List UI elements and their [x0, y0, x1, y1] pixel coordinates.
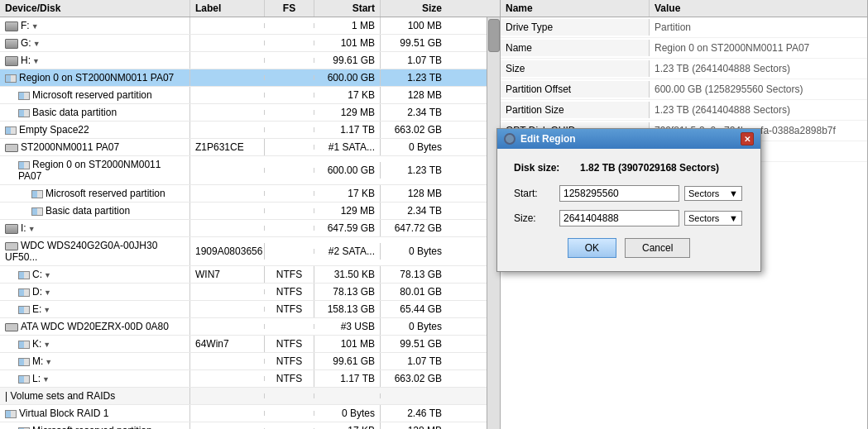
table-row[interactable]: Microsoft reserved partition17 KB128 MB [0, 87, 487, 104]
size-unit-dropdown[interactable]: Sectors ▼ [684, 211, 742, 226]
table-row[interactable]: G:▼101 MB99.51 GB [0, 35, 487, 52]
start-cell: 600.00 GB [314, 69, 381, 86]
start-cell: 158.13 GB [314, 301, 381, 317]
start-cell: 17 KB [314, 185, 381, 202]
size-input[interactable] [559, 210, 679, 226]
partition-icon [18, 288, 30, 297]
size-cell: 2.46 TB [381, 405, 447, 422]
table-row[interactable]: Basic data partition129 MB2.34 TB [0, 203, 487, 220]
device-name: L: [32, 373, 41, 384]
start-unit-dropdown[interactable]: Sectors ▼ [684, 186, 742, 201]
prop-value: 1.23 TB (2641404888 Sectors) [650, 60, 867, 77]
table-row[interactable]: K:▼64Win7NTFS101 MB99.51 GB [0, 336, 487, 353]
partition-icon [5, 126, 17, 135]
table-row[interactable]: ATA WDC WD20EZRX-00D 0A80#3 USB0 Bytes [0, 318, 487, 336]
start-cell [314, 393, 381, 398]
start-cell: 0 Bytes [314, 405, 381, 422]
size-cell: 100 MB [381, 17, 447, 34]
table-row[interactable]: C:▼WIN7NTFS31.50 KB78.13 GB [0, 266, 487, 284]
table-row[interactable]: L:▼NTFS1.17 TB663.02 GB [0, 370, 487, 388]
fs-cell [265, 41, 314, 45]
device-cell: ATA WDC WD20EZRX-00D 0A80 [0, 318, 190, 335]
label-cell [190, 127, 265, 132]
table-row[interactable]: Basic data partition129 MB2.34 TB [0, 104, 487, 122]
header-fs: FS [265, 0, 314, 17]
dropdown-arrow-icon[interactable]: ▼ [28, 225, 36, 233]
fs-cell [265, 411, 314, 416]
table-row[interactable]: H:▼99.61 GB1.07 TB [0, 52, 487, 69]
fs-cell: NTFS [265, 370, 314, 387]
device-name: ST2000NM0011 PA07 [21, 141, 119, 153]
start-unit-arrow: ▼ [729, 188, 738, 198]
table-row[interactable]: | Volume sets and RAIDs [0, 388, 487, 405]
dialog-disk-size-row: Disk size: 1.82 TB (3907029168 Sectors) [514, 162, 744, 174]
table-row[interactable]: E:▼NTFS158.13 GB65.44 GB [0, 301, 487, 318]
dropdown-arrow-icon[interactable]: ▼ [32, 57, 40, 65]
start-unit-label: Sectors [688, 188, 719, 198]
dropdown-arrow-icon[interactable]: ▼ [31, 22, 39, 31]
cancel-button[interactable]: Cancel [625, 238, 690, 258]
label-cell [190, 41, 265, 45]
table-row[interactable]: Region 0 on ST2000NM0011 PA07600.00 GB1.… [0, 156, 487, 185]
label-cell [190, 168, 265, 173]
device-cell: Microsoft reserved partition [0, 87, 190, 103]
dropdown-arrow-icon[interactable]: ▼ [44, 271, 51, 279]
prop-value: 1.23 TB (2641404888 Sectors) [650, 102, 867, 118]
prop-name: Drive Type [501, 19, 650, 36]
partition-icon [5, 410, 17, 418]
prop-name: Name [501, 40, 650, 56]
dropdown-arrow-icon[interactable]: ▼ [42, 375, 50, 384]
table-row[interactable]: Microsoft reserved partition17 KB128 MB [0, 185, 487, 203]
size-cell: 0 Bytes [381, 243, 447, 260]
size-cell: 1.23 TB [381, 69, 447, 86]
table-row[interactable]: Region 0 on ST2000NM0011 PA07600.00 GB1.… [0, 69, 487, 87]
device-cell: Virtual Block RAID 1 [0, 405, 190, 422]
device-name: Virtual Block RAID 1 [19, 408, 109, 419]
fs-cell: NTFS [265, 353, 314, 369]
table-row[interactable]: I:▼647.59 GB647.72 GB [0, 220, 487, 237]
edit-region-dialog[interactable]: Edit Region ✕ Disk size: 1.82 TB (390702… [496, 128, 761, 272]
table-row[interactable]: Virtual Block RAID 10 Bytes2.46 TB [0, 405, 487, 422]
start-cell: #1 SATA... [314, 139, 381, 155]
header-prop-value: Value [650, 0, 867, 17]
table-row[interactable]: Microsoft reserved partition17 KB128 MB [0, 422, 487, 429]
fs-cell [265, 324, 314, 329]
size-cell: 65.44 GB [381, 301, 447, 317]
table-row[interactable]: Empty Space221.17 TB663.02 GB [0, 122, 487, 139]
disk-table-body: F:▼1 MB100 MBG:▼101 MB99.51 GBH:▼99.61 G… [0, 17, 487, 429]
size-cell: 1.23 TB [381, 162, 447, 179]
device-cell: Microsoft reserved partition [0, 185, 190, 202]
table-row[interactable]: D:▼NTFS78.13 GB80.01 GB [0, 284, 487, 301]
table-row[interactable]: ST2000NM0011 PA07Z1P631CE#1 SATA...0 Byt… [0, 139, 487, 156]
dropdown-arrow-icon[interactable]: ▼ [33, 40, 41, 48]
disk-size-value: 1.82 TB (3907029168 Sectors) [580, 162, 719, 174]
device-name: Empty Space22 [19, 124, 89, 136]
partition-icon [18, 306, 30, 314]
start-input[interactable] [559, 185, 679, 202]
table-row[interactable]: M:▼NTFS99.61 GB1.07 TB [0, 353, 487, 370]
label-cell [190, 411, 265, 416]
device-cell: Region 0 on ST2000NM0011 PA07 [0, 156, 190, 184]
ok-button[interactable]: OK [568, 238, 616, 258]
fs-cell [265, 93, 314, 98]
device-name: E: [32, 303, 41, 315]
drive-icon [5, 39, 18, 49]
dropdown-arrow-icon[interactable]: ▼ [44, 288, 51, 297]
label-cell [190, 58, 265, 63]
dropdown-arrow-icon[interactable]: ▼ [45, 358, 52, 366]
table-row[interactable]: WDC WDS240G2G0A-00JH30 UF50...1909A08036… [0, 237, 487, 266]
label-cell [190, 307, 265, 312]
size-cell: 99.51 GB [381, 336, 447, 352]
device-cell: Region 0 on ST2000NM0011 PA07 [0, 69, 190, 86]
dialog-titlebar: Edit Region ✕ [497, 129, 760, 149]
dropdown-arrow-icon[interactable]: ▼ [43, 306, 50, 314]
start-cell: 31.50 KB [314, 266, 381, 283]
dialog-titlebar-left: Edit Region [504, 133, 576, 145]
dialog-close-button[interactable]: ✕ [741, 132, 754, 145]
label-cell [190, 93, 265, 98]
table-row[interactable]: F:▼1 MB100 MB [0, 17, 487, 35]
fs-cell: NTFS [265, 284, 314, 300]
dropdown-arrow-icon[interactable]: ▼ [43, 341, 50, 349]
device-name: F: [21, 20, 30, 31]
device-cell: D:▼ [0, 284, 190, 300]
